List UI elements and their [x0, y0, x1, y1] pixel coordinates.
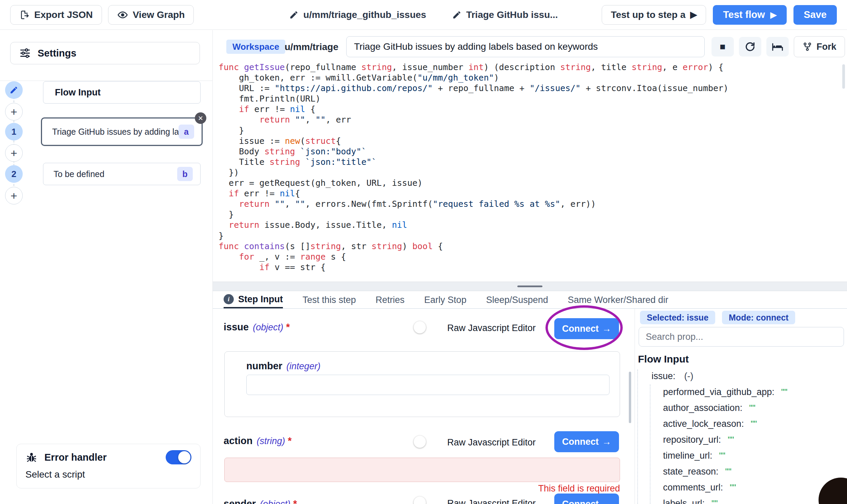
export-icon	[19, 10, 30, 20]
save-label: Save	[803, 9, 827, 20]
pencil-icon	[10, 86, 18, 94]
tab-label: Early Stop	[424, 295, 467, 305]
prop-search-input[interactable]	[639, 327, 844, 347]
tab-test-this-step[interactable]: Test this step	[302, 291, 356, 308]
raw-js-label: Raw Javascript Editor	[447, 437, 536, 448]
add-step-button[interactable]: +	[5, 103, 23, 121]
toolbar-left-group: Export JSON View Graph	[10, 5, 194, 25]
step-label: To be defined	[53, 169, 177, 179]
prop-value: ""	[725, 466, 731, 477]
flow-path-label: u/mm/triage_github_issues	[303, 10, 426, 20]
prop-row[interactable]: timeline_url:""	[635, 448, 845, 464]
prop-row[interactable]: performed_via_github_app:""	[635, 384, 845, 400]
view-graph-button[interactable]: View Graph	[108, 5, 194, 25]
code-line: if err != nil{	[219, 188, 847, 199]
connect-panel: Selected: issue Mode: connect Flow Input…	[635, 309, 847, 504]
settings-button[interactable]: Settings	[10, 42, 200, 64]
settings-label: Settings	[38, 48, 76, 59]
step-2-number: 2	[5, 165, 23, 183]
stop-icon: ■	[720, 41, 726, 52]
top-toolbar: Export JSON View Graph u/mm/triage_githu…	[0, 0, 847, 30]
tab-early-stop[interactable]: Early Stop	[424, 291, 467, 308]
prop-value: ""	[751, 419, 757, 429]
code-line: gh_token, err := wmill.GetVariable("u/mm…	[219, 72, 847, 83]
number-input[interactable]	[246, 375, 609, 395]
code-line: if v == str {	[219, 262, 847, 272]
flow-summary-input[interactable]	[346, 36, 705, 57]
fork-label: Fork	[816, 42, 836, 52]
tab-sleep-suspend[interactable]: Sleep/Suspend	[486, 291, 548, 308]
info-icon: i	[224, 294, 234, 304]
step-node-a[interactable]: Triage GitHub issues by adding labels ..…	[41, 118, 203, 146]
tab-same-worker-shared-dir[interactable]: Same Worker/Shared dir	[568, 291, 669, 308]
selected-badge: Selected: issue	[640, 311, 715, 324]
flow-input-node[interactable]: Flow Input	[43, 81, 201, 104]
flow-sidebar: Settings Flow Input + ✕ 1 Triage GitHub …	[0, 30, 213, 504]
flow-name-crumb[interactable]: Triage GitHub issu...	[452, 10, 558, 20]
tab-label: Test this step	[302, 295, 356, 305]
flow-path-crumb[interactable]: u/mm/triage_github_issues	[289, 10, 426, 20]
prop-row[interactable]: comments_url:""	[635, 480, 845, 496]
code-line: }	[219, 231, 847, 241]
code-line: URL := "https://api.github.com/repos/" +…	[219, 83, 847, 93]
tab-retries[interactable]: Retries	[376, 291, 405, 308]
prop-row[interactable]: labels_url:""	[635, 496, 845, 504]
prop-key: active_lock_reason:	[663, 419, 744, 429]
sleep-button[interactable]	[766, 37, 789, 56]
remove-step-button[interactable]: ✕	[195, 112, 206, 124]
mode-badge: Mode: connect	[722, 311, 795, 324]
arrow-right-icon: →	[602, 499, 611, 504]
arrow-right-icon: →	[602, 324, 611, 334]
step-detail-tabs: iStep InputTest this stepRetriesEarly St…	[213, 291, 847, 309]
test-up-to-step-button[interactable]: Test up to step a ▶	[602, 5, 706, 25]
connect-button-issue[interactable]: Connect →	[554, 318, 619, 339]
prop-key: repository_url:	[663, 435, 721, 445]
tab-step-input[interactable]: iStep Input	[224, 291, 283, 308]
code-scrollbar[interactable]	[842, 64, 845, 89]
view-graph-label: View Graph	[133, 10, 185, 20]
prop-key: author_association:	[663, 403, 742, 413]
prop-row[interactable]: repository_url:""	[635, 432, 845, 448]
flow-name-label: Triage GitHub issu...	[466, 10, 558, 20]
panel-resize-handle[interactable]	[213, 282, 847, 291]
refresh-button[interactable]	[739, 37, 761, 56]
step-node-b[interactable]: To be defined b	[43, 163, 201, 185]
field-issue-label: issue(object)*	[224, 322, 290, 333]
validation-error-text: This field is required	[224, 483, 620, 494]
connect-button-sender[interactable]: Connect →	[554, 493, 619, 504]
add-step-button[interactable]: +	[5, 187, 23, 204]
error-handler-toggle[interactable]	[166, 450, 191, 464]
prop-value: ""	[749, 403, 755, 413]
prop-value: ""	[711, 498, 718, 504]
test-flow-button[interactable]: Test flow ▶	[713, 5, 787, 25]
add-step-button[interactable]: +	[5, 144, 23, 162]
sliders-icon	[19, 48, 31, 59]
raw-js-label: Raw Javascript Editor	[447, 498, 536, 504]
play-icon: ▶	[690, 10, 697, 20]
test-up-to-step-label: Test up to step a	[611, 10, 686, 20]
code-line: for _, v := range s {	[219, 252, 847, 262]
step-input-form: issue(object)* Raw Javascript Editor Con…	[213, 309, 635, 504]
error-handler-subtitle[interactable]: Select a script	[25, 469, 191, 480]
prop-row-issue[interactable]: issue: (-)	[635, 368, 845, 384]
stop-button[interactable]: ■	[711, 37, 734, 56]
step-id-badge: b	[177, 167, 193, 181]
prop-row[interactable]: state_reason:""	[635, 464, 845, 480]
save-button[interactable]: Save	[794, 5, 837, 25]
bed-icon	[772, 41, 784, 53]
error-handler-title: Error handler	[45, 452, 159, 463]
export-json-button[interactable]: Export JSON	[10, 5, 102, 25]
fork-button[interactable]: Fork	[794, 36, 845, 57]
code-line: Body string `json:"body"`	[219, 146, 847, 157]
code-editor[interactable]: func getIssue(repo_fullname string, issu…	[213, 62, 847, 282]
error-handler-card: Error handler Select a script	[16, 444, 201, 488]
action-input-invalid[interactable]	[224, 457, 620, 482]
prop-row[interactable]: active_lock_reason:""	[635, 416, 845, 432]
field-action-label: action(string)*	[224, 435, 292, 447]
form-scrollbar-thumb[interactable]	[629, 372, 631, 423]
prop-row[interactable]: author_association:""	[635, 400, 845, 416]
connect-button-action[interactable]: Connect →	[554, 431, 619, 452]
step-id-badge: a	[178, 125, 194, 139]
arrow-right-icon: →	[602, 437, 611, 447]
plus-icon: +	[11, 189, 17, 202]
